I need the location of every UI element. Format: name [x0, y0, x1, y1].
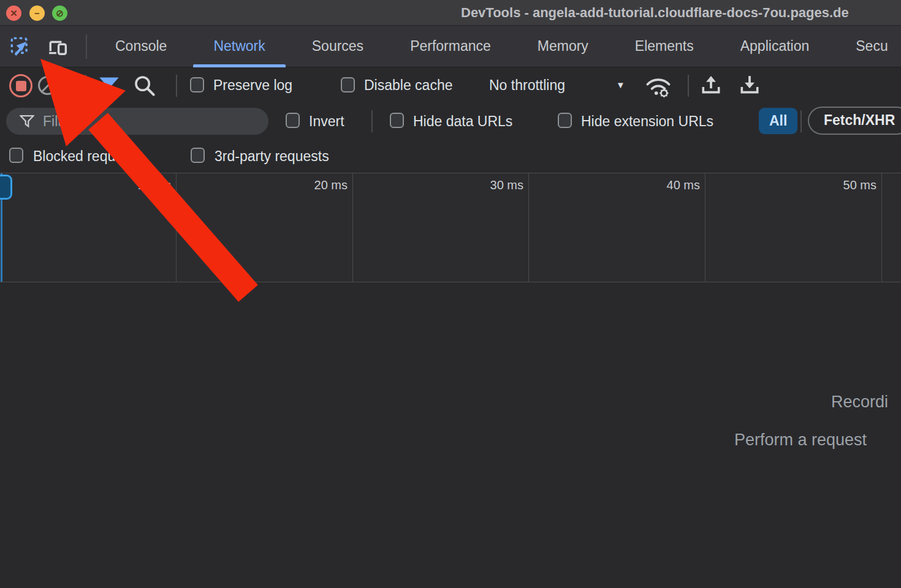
preserve-log-checkbox[interactable] [190, 77, 204, 92]
timeline-tick-50ms: 50 ms [815, 178, 876, 192]
tab-network[interactable]: Network [190, 26, 288, 67]
request-type-fetch-xhr-chip[interactable]: Fetch/XHR [808, 107, 901, 135]
hide-extension-urls-label: Hide extension URLs [581, 104, 713, 139]
throttling-dropdown-arrow[interactable]: ▼ [616, 67, 625, 103]
download-icon [739, 75, 761, 97]
upload-icon [700, 75, 722, 97]
import-har-button[interactable] [700, 75, 722, 97]
devtools-window: ✕ − ⊘ DevTools - angela-add-tutorial.clo… [0, 0, 901, 588]
devtools-tabbar: Console Network Sources Performance Memo… [0, 26, 901, 67]
network-options-bar: Blocked requests 3rd-party requests [0, 139, 901, 173]
invert-label: Invert [309, 104, 344, 139]
stop-recording-button[interactable] [9, 74, 32, 97]
titlebar: ✕ − ⊘ DevTools - angela-add-tutorial.clo… [0, 0, 901, 26]
search-button[interactable] [134, 75, 156, 97]
empty-state-recording-text: Recordi [831, 393, 888, 412]
tab-memory[interactable]: Memory [514, 26, 612, 67]
filter-funnel-icon [98, 77, 120, 96]
window-title: DevTools - angela-add-tutorial.cloudflar… [461, 5, 849, 21]
filter-funnel-small-icon [20, 115, 34, 128]
timeline-gridline [881, 173, 882, 282]
network-toolbar: Preserve log Disable cache No throttling… [0, 67, 901, 104]
filter-input[interactable] [43, 113, 245, 130]
record-stop-icon [16, 81, 26, 91]
third-party-requests-label: 3rd-party requests [215, 139, 329, 173]
clear-network-log-button[interactable] [38, 76, 57, 95]
tab-application[interactable]: Application [717, 26, 833, 67]
network-filter-bar: Invert Hide data URLs Hide extension URL… [0, 104, 901, 139]
hide-extension-urls-checkbox[interactable] [558, 113, 572, 128]
third-party-requests-checkbox[interactable] [191, 148, 205, 163]
overview-drag-handle[interactable] [0, 175, 12, 200]
search-icon [134, 75, 156, 97]
invert-checkbox[interactable] [286, 113, 300, 128]
blocked-requests-label: Blocked requests [33, 139, 141, 173]
requests-panel: Recordi Perform a request [0, 282, 901, 587]
timeline-tick-30ms: 30 ms [462, 178, 523, 192]
tab-security[interactable]: Secu [832, 26, 901, 67]
timeline-gridline [528, 173, 529, 282]
close-window-button[interactable]: ✕ [6, 6, 21, 21]
toolbar-separator [176, 75, 177, 97]
toggle-device-toolbar-button[interactable] [47, 36, 69, 58]
panel-tabs: Console Network Sources Performance Memo… [92, 26, 901, 67]
minimize-window-button[interactable]: − [29, 6, 45, 21]
timeline-tick-40ms: 40 ms [639, 178, 700, 192]
tab-sources[interactable]: Sources [289, 26, 387, 67]
timeline-gridline [176, 173, 177, 282]
preserve-log-label: Preserve log [213, 67, 292, 103]
timeline-tick-20ms: 20 ms [286, 178, 348, 192]
request-type-all-chip[interactable]: All [759, 108, 797, 134]
network-conditions-button[interactable] [645, 75, 672, 97]
filter-separator [800, 110, 802, 132]
toolbar-separator [688, 75, 689, 97]
toolbar-separator [85, 75, 86, 97]
hide-data-urls-checkbox[interactable] [390, 113, 404, 128]
zoom-window-button[interactable]: ⊘ [52, 6, 67, 21]
inspect-icon [10, 36, 31, 57]
timeline-gridline [705, 173, 705, 282]
tabbar-separator [86, 34, 87, 59]
device-toolbar-icon [47, 37, 69, 56]
throttling-select[interactable]: No throttling [489, 67, 565, 103]
tab-elements[interactable]: Elements [612, 26, 717, 67]
timeline-tick-10ms: 10 ms [110, 178, 171, 192]
tab-performance[interactable]: Performance [387, 26, 514, 67]
tab-console[interactable]: Console [92, 26, 190, 67]
export-har-button[interactable] [739, 75, 761, 97]
blocked-requests-checkbox[interactable] [9, 148, 23, 163]
filter-separator [371, 110, 373, 132]
disable-cache-label: Disable cache [364, 67, 452, 103]
filter-toggle-button[interactable] [98, 75, 120, 97]
inspect-element-button[interactable] [10, 36, 32, 58]
network-overview-timeline[interactable]: 10 ms 20 ms 30 ms 40 ms 50 ms [0, 173, 901, 282]
empty-state-perform-text: Perform a request [734, 431, 867, 450]
filter-input-pill[interactable] [6, 108, 268, 135]
disable-cache-checkbox[interactable] [341, 77, 355, 92]
timeline-gridline [352, 173, 353, 282]
hide-data-urls-label: Hide data URLs [413, 104, 512, 139]
wifi-gear-icon [645, 75, 672, 97]
